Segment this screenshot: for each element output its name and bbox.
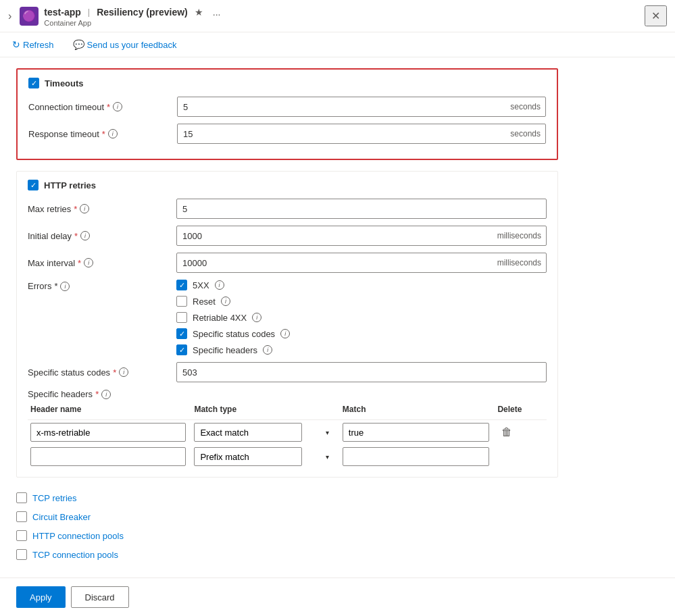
standalone-label-0[interactable]: TCP retries [32,493,77,503]
initial-delay-row: Initial delay * i milliseconds [28,226,547,246]
checkbox-specific-headers[interactable]: ✓ [176,344,187,355]
specific-headers-section: Specific headers * i Header name Match t… [28,389,547,469]
specific-headers-label-info[interactable]: i [101,390,111,399]
errors-info[interactable]: i [60,282,70,291]
bottom-bar: Apply Discard [0,578,675,616]
star-icon[interactable]: ★ [192,5,206,19]
max-interval-row: Max interval * i milliseconds [28,253,547,273]
match-input-1[interactable] [343,447,490,466]
match-input-0[interactable] [343,423,490,442]
delete-button-0[interactable]: 🗑 [497,425,516,440]
max-retries-info[interactable]: i [80,204,89,213]
http-retries-title: HTTP retries [44,180,96,190]
title-separator: | [88,7,90,17]
feedback-label: Send us your feedback [87,40,177,50]
discard-button[interactable]: Discard [71,586,129,608]
response-timeout-input[interactable] [177,124,546,144]
specific-status-codes-input[interactable] [176,362,547,382]
timeouts-section: ✓ Timeouts Connection timeout * i second… [16,68,558,160]
connection-timeout-info[interactable]: i [113,102,122,111]
standalone-checkbox-0[interactable] [16,492,27,503]
timeouts-title: Timeouts [45,78,84,88]
specific-headers-table: Header name Match type Match Delete Exac… [28,402,547,469]
label-specific-headers: Specific headers [193,345,257,355]
app-icon: 🟣 [20,7,39,26]
standalone-sections: TCP retriesCircuit BreakerHTTP connectio… [16,488,558,564]
label-reset: Reset [193,297,216,307]
standalone-label-3[interactable]: TCP connection pools [32,550,118,560]
max-retries-row: Max retries * i [28,199,547,219]
select-arrow-icon: ▾ [326,429,329,436]
label-specific-status: Specific status codes [193,329,275,339]
checkbox-specific-status[interactable]: ✓ [176,328,187,339]
label-retriable4xx: Retriable 4XX [193,313,247,323]
error-option-reset: Reset i [176,296,290,307]
title-left: › 🟣 test-app | Resiliency (preview) ★ ..… [8,5,223,27]
specific-status-codes-row: Specific status codes * i [28,362,547,382]
standalone-checkbox-2[interactable] [16,530,27,541]
col-header-matchtype: Match type [191,402,339,420]
max-interval-info[interactable]: i [84,258,93,267]
initial-delay-info[interactable]: i [80,231,90,240]
info-specific-headers[interactable]: i [263,345,272,355]
standalone-item-2: HTTP connection pools [16,526,558,545]
close-button[interactable]: ✕ [645,5,667,26]
info-retriable4xx[interactable]: i [252,313,261,322]
timeouts-checkbox[interactable]: ✓ [28,78,39,88]
header-name-input-1[interactable] [30,447,186,466]
standalone-label-2[interactable]: HTTP connection pools [32,531,124,541]
standalone-checkbox-1[interactable] [16,511,27,522]
match-type-select-0[interactable]: Exact matchPrefix matchContains [194,423,302,442]
checkbox-5xx[interactable]: ✓ [176,280,187,290]
apply-button[interactable]: Apply [16,586,66,608]
max-interval-input[interactable] [176,253,547,273]
standalone-item-0: TCP retries [16,488,558,507]
response-timeout-row: Response timeout * i seconds [28,124,546,144]
col-header-delete: Delete [495,402,547,420]
connection-timeout-label: Connection timeout * i [28,102,177,112]
label-5xx: 5XX [193,280,209,290]
info-specific-status[interactable]: i [280,329,290,338]
standalone-checkbox-3[interactable] [16,549,27,560]
connection-timeout-input[interactable] [177,97,546,117]
app-name: test-app [44,7,80,18]
initial-delay-input[interactable] [176,226,547,246]
errors-row: Errors * i ✓ 5XX i Reset i [28,280,547,355]
main-content: ✓ Timeouts Connection timeout * i second… [0,57,574,583]
error-option-retriable4xx: Retriable 4XX i [176,312,290,323]
refresh-icon: ↻ [12,39,20,50]
response-timeout-info[interactable]: i [108,129,118,138]
refresh-label: Refresh [23,40,54,50]
match-type-select-1[interactable]: Exact matchPrefix matchContains [194,447,302,466]
standalone-label-1[interactable]: Circuit Breaker [32,512,91,522]
response-timeout-label: Response timeout * i [28,129,177,139]
max-retries-input[interactable] [176,199,547,219]
error-option-specific-headers: ✓ Specific headers i [176,344,290,355]
error-option-specific-status: ✓ Specific status codes i [176,328,290,339]
page-title: Resiliency (preview) [97,7,188,18]
checkbox-reset[interactable] [176,296,187,307]
http-retries-section: ✓ HTTP retries Max retries * i Initial d… [16,171,558,478]
error-option-5xx: ✓ 5XX i [176,280,290,290]
standalone-item-3: TCP connection pools [16,545,558,564]
feedback-button[interactable]: 💬 Send us your feedback [69,36,181,53]
http-retries-checkbox[interactable]: ✓ [28,180,39,190]
table-row: Exact matchPrefix matchContains▾ [28,444,547,469]
checkbox-retriable4xx[interactable] [176,312,187,323]
refresh-button[interactable]: ↻ Refresh [8,36,58,53]
info-reset[interactable]: i [221,297,230,306]
header-name-input-0[interactable] [30,423,186,442]
col-header-name: Header name [28,402,191,420]
nav-arrow[interactable]: › [8,10,11,22]
table-row: Exact matchPrefix matchContains▾🗑 [28,420,547,445]
specific-status-codes-info[interactable]: i [119,367,128,377]
select-arrow-icon: ▾ [326,453,329,461]
http-retries-header: ✓ HTTP retries [28,180,547,190]
timeouts-header: ✓ Timeouts [28,78,546,88]
connection-timeout-row: Connection timeout * i seconds [28,97,546,117]
more-icon[interactable]: ... [210,5,224,19]
subtitle: Container App [44,19,223,27]
info-5xx[interactable]: i [215,280,224,290]
title-bar: › 🟣 test-app | Resiliency (preview) ★ ..… [0,0,675,32]
col-header-match: Match [340,402,495,420]
